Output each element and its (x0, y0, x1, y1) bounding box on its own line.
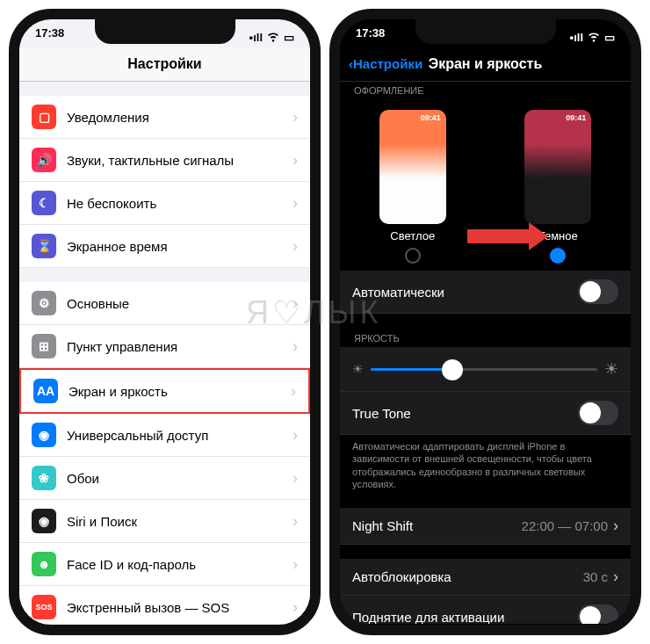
nav-header: ‹ Настройки Экран и яркость (340, 47, 631, 82)
true-tone-note: Автоматически адаптировать дисплей iPhon… (340, 435, 631, 496)
row-label: Siri и Поиск (67, 514, 292, 529)
phone-light: 17:38 •ıll ▭ Настройки ▢Уведомления›🔊Зву… (9, 9, 321, 635)
radio-dark[interactable] (550, 248, 566, 264)
settings-list[interactable]: ▢Уведомления›🔊Звуки, тактильные сигналы›… (19, 82, 310, 624)
chevron-right-icon: › (613, 517, 618, 535)
settings-row[interactable]: ⚙Основные› (19, 282, 310, 325)
row-label: Уведомления (67, 110, 292, 125)
row-label: Экран и яркость (69, 384, 291, 399)
signal-icon: •ıll (249, 31, 263, 44)
row-label: Пункт управления (67, 339, 292, 354)
row-icon: ▢ (32, 105, 56, 129)
chevron-right-icon: › (292, 598, 298, 617)
brightness-slider-row: ☀ ☀ (340, 347, 631, 392)
row-icon: ❀ (32, 466, 56, 490)
row-icon: ⊞ (32, 334, 56, 358)
chevron-right-icon: › (292, 108, 298, 127)
chevron-right-icon: › (292, 194, 298, 213)
row-autolock[interactable]: Автоблокировка 30 с › (340, 559, 631, 596)
settings-row[interactable]: 🔊Звуки, тактильные сигналы› (19, 139, 310, 182)
row-label: Экранное время (67, 239, 292, 254)
sun-low-icon: ☀ (352, 362, 364, 376)
settings-row[interactable]: ⌛Экранное время› (19, 225, 310, 268)
row-icon: ⌛ (32, 234, 56, 258)
row-icon: ☾ (32, 191, 56, 215)
notch (415, 19, 556, 44)
row-true-tone[interactable]: True Tone (340, 392, 631, 435)
section-brightness: ЯРКОСТЬ (340, 329, 631, 347)
row-automatic[interactable]: Автоматически (340, 271, 631, 314)
settings-row[interactable]: ◉Siri и Поиск› (19, 500, 310, 543)
battery-icon: ▭ (284, 31, 294, 44)
chevron-right-icon: › (292, 512, 298, 531)
settings-row[interactable]: ⊞Пункт управления› (19, 325, 310, 368)
row-label: Универсальный доступ (67, 428, 292, 443)
settings-row[interactable]: AAЭкран и яркость› (19, 368, 310, 414)
chevron-right-icon: › (292, 337, 298, 356)
appearance-light[interactable]: 09:41 Светлое (379, 110, 446, 264)
battery-icon: ▭ (604, 31, 615, 44)
status-time: 17:38 (356, 26, 385, 47)
row-icon: SOS (32, 595, 56, 619)
toggle-raise[interactable] (578, 604, 618, 624)
appearance-light-label: Светлое (379, 229, 446, 242)
wifi-icon (587, 29, 601, 46)
notch (95, 19, 235, 44)
row-label: Экстренный вызов — SOS (67, 600, 292, 615)
row-icon: AA (33, 379, 58, 403)
row-label: Обои (67, 471, 292, 486)
annotation-arrow (467, 226, 546, 247)
signal-icon: •ıll (570, 31, 583, 44)
settings-row[interactable]: ▢Уведомления› (19, 96, 310, 139)
chevron-right-icon: › (292, 237, 298, 256)
chevron-right-icon: › (292, 151, 298, 170)
row-night-shift[interactable]: Night Shift 22:00 — 07:00 › (340, 508, 631, 545)
back-label: Настройки (353, 56, 422, 71)
settings-row[interactable]: ❀Обои› (19, 457, 310, 500)
row-label: Не беспокоить (67, 196, 292, 211)
chevron-right-icon: › (292, 469, 298, 488)
row-icon: ☻ (32, 552, 56, 576)
chevron-right-icon: › (291, 382, 296, 401)
row-icon: ◉ (32, 509, 56, 533)
row-label: Face ID и код-пароль (67, 557, 292, 572)
row-label: Основные (67, 296, 292, 311)
chevron-right-icon: › (292, 555, 298, 574)
chevron-right-icon: › (613, 568, 618, 586)
nav-title: Настройки (19, 47, 310, 82)
row-label: Звуки, тактильные сигналы (67, 153, 292, 168)
display-settings[interactable]: ОФОРМЛЕНИЕ 09:41 Светлое 09:41 Темное Ав… (340, 82, 631, 624)
row-icon: 🔊 (32, 148, 56, 172)
nav-title: Экран и яркость (429, 56, 543, 71)
settings-row[interactable]: ◉Универсальный доступ› (19, 414, 310, 457)
toggle-true-tone[interactable] (578, 401, 618, 425)
back-button[interactable]: ‹ Настройки (349, 56, 422, 71)
row-icon: ◉ (32, 423, 56, 447)
toggle-automatic[interactable] (578, 279, 618, 304)
row-icon: ⚙ (32, 291, 56, 315)
settings-row[interactable]: ☾Не беспокоить› (19, 182, 310, 225)
wifi-icon (266, 29, 280, 46)
section-appearance: ОФОРМЛЕНИЕ (340, 82, 631, 99)
settings-row[interactable]: ☻Face ID и код-пароль› (19, 543, 310, 586)
row-raise-to-wake[interactable]: Поднятие для активации (340, 596, 631, 624)
settings-row[interactable]: SOSЭкстренный вызов — SOS› (19, 586, 310, 624)
status-time: 17:38 (35, 26, 64, 47)
radio-light[interactable] (405, 248, 421, 264)
sun-high-icon: ☀ (604, 359, 618, 379)
phone-dark: 17:38 •ıll ▭ ‹ Настройки Экран и яркость… (329, 9, 641, 635)
brightness-slider[interactable] (371, 368, 597, 371)
chevron-right-icon: › (292, 426, 298, 445)
chevron-right-icon: › (292, 294, 298, 313)
